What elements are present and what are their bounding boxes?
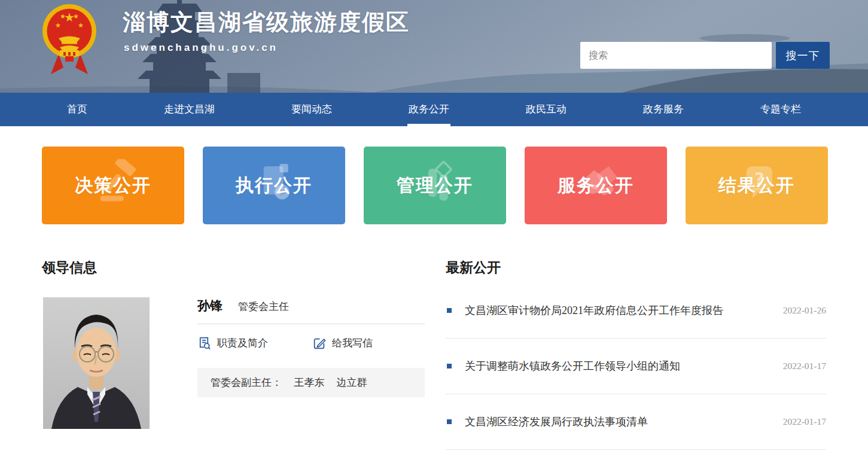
news-item[interactable]: 文昌湖区审计物价局2021年政府信息公开工作年度报告 2022-01-26 — [446, 283, 826, 339]
deputy-name: 王孝东 — [294, 377, 324, 388]
leader-info-section: 领导信息 — [42, 258, 425, 277]
card-label: 结果公开 — [718, 173, 795, 198]
card-result-disclosure[interactable]: ? 结果公开 — [686, 147, 828, 224]
bullet-square-icon — [447, 419, 452, 424]
news-date: 2022-01-17 — [783, 361, 826, 371]
svg-text:★: ★ — [73, 13, 79, 20]
leader-photo[interactable] — [43, 297, 150, 429]
news-title: 文昌湖区经济发展局行政执法事项清单 — [465, 415, 772, 429]
leader-section-title: 领导信息 — [42, 258, 425, 277]
nav-item-home[interactable]: 首页 — [67, 93, 87, 126]
deputy-directors: 管委会副主任： 王孝东 边立群 — [197, 368, 425, 397]
site-header: ★ ★ ★ ★ ★ 淄博文昌湖省级旅游度假区 sdwenchanghu.gov.… — [0, 0, 868, 93]
news-item[interactable]: 文昌湖区经济发展局行政执法事项清单 2022-01-17 — [446, 394, 826, 450]
divider — [197, 324, 425, 324]
nav-item-gov-disclosure[interactable]: 政务公开 — [409, 93, 449, 126]
card-execution-disclosure[interactable]: 执行公开 — [203, 147, 345, 224]
leader-position: 管委会主任 — [238, 300, 289, 313]
card-label: 服务公开 — [558, 173, 634, 198]
bullet-square-icon — [447, 308, 452, 313]
nav-item-special-topics[interactable]: 专题专栏 — [760, 93, 801, 126]
card-label: 管理公开 — [397, 173, 473, 198]
latest-disclosure-section: 最新公开 文昌湖区审计物价局2021年政府信息公开工作年度报告 2022-01-… — [446, 258, 826, 450]
search-button[interactable]: 搜一下 — [776, 42, 830, 69]
search-input[interactable] — [580, 42, 772, 69]
svg-text:★: ★ — [55, 22, 61, 29]
nav-item-gov-services[interactable]: 政务服务 — [643, 93, 684, 126]
page: ★ ★ ★ ★ ★ 淄博文昌湖省级旅游度假区 sdwenchanghu.gov.… — [0, 0, 868, 460]
svg-text:★: ★ — [78, 22, 84, 29]
site-title: 淄博文昌湖省级旅游度假区 — [123, 7, 410, 38]
news-title: 关于调整萌水镇政务公开工作领导小组的通知 — [465, 359, 772, 373]
news-item[interactable]: 关于调整萌水镇政务公开工作领导小组的通知 2022-01-17 — [446, 339, 826, 394]
news-date: 2022-01-17 — [783, 416, 826, 427]
news-section-title: 最新公开 — [446, 258, 826, 277]
card-service-disclosure[interactable]: 服务公开 — [525, 147, 667, 224]
document-search-icon — [197, 336, 211, 350]
main-nav: 首页 走进文昌湖 要闻动态 政务公开 政民互动 政务服务 专题专栏 — [0, 93, 868, 126]
national-emblem-logo: ★ ★ ★ ★ ★ — [42, 1, 97, 80]
card-label: 决策公开 — [75, 173, 151, 198]
news-title: 文昌湖区审计物价局2021年政府信息公开工作年度报告 — [465, 303, 772, 318]
duties-profile-link[interactable]: 职责及简介 — [197, 336, 268, 350]
svg-text:★: ★ — [60, 13, 66, 20]
nav-item-about-wenchanghu[interactable]: 走进文昌湖 — [164, 93, 215, 126]
card-decision-disclosure[interactable]: 决策公开 — [42, 147, 184, 224]
deputy-name: 边立群 — [337, 377, 367, 388]
write-letter-link[interactable]: 给我写信 — [312, 336, 373, 350]
site-url: sdwenchanghu.gov.cn — [124, 42, 278, 54]
deputy-label: 管委会副主任： — [211, 377, 282, 388]
disclosure-quick-links: 决策公开 执行公开 管理公开 — [42, 147, 828, 224]
write-letter-icon — [312, 336, 326, 350]
write-letter-label: 给我写信 — [332, 336, 373, 350]
leader-details: 孙锋 管委会主任 职责及简介 — [197, 297, 425, 397]
card-management-disclosure[interactable]: 管理公开 — [364, 147, 506, 224]
nav-item-news[interactable]: 要闻动态 — [291, 93, 332, 126]
news-list: 文昌湖区审计物价局2021年政府信息公开工作年度报告 2022-01-26 关于… — [446, 283, 826, 450]
card-label: 执行公开 — [236, 173, 312, 198]
duties-profile-label: 职责及简介 — [217, 336, 268, 350]
leader-name: 孙锋 — [197, 297, 223, 314]
news-date: 2022-01-26 — [783, 305, 826, 316]
nav-item-interaction[interactable]: 政民互动 — [526, 93, 567, 126]
bullet-square-icon — [447, 364, 452, 368]
